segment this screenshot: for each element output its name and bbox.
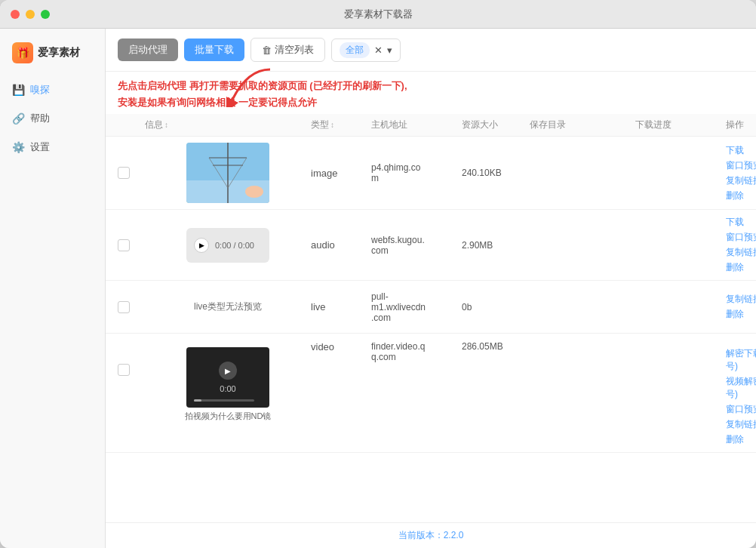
size-cell-1: 240.10KB bbox=[462, 168, 530, 178]
clear-list-button[interactable]: 🗑 清空列表 bbox=[250, 38, 325, 62]
close-filter-icon[interactable]: ✕ bbox=[374, 45, 383, 56]
action-decrypt-download-4[interactable]: 解密下载(视频号) bbox=[726, 347, 756, 373]
notice-line2: 安装是如果有询问网络相关 一定要记得点允许 bbox=[118, 94, 744, 111]
trash-icon: 🗑 bbox=[262, 45, 272, 56]
col-progress: 下载进度 bbox=[635, 119, 726, 131]
host-cell-3: pull-m1.wxlivecdn.com bbox=[371, 291, 462, 323]
video-progress-bar bbox=[194, 399, 254, 402]
live-no-preview-text: live类型无法预览 bbox=[194, 300, 262, 313]
action-copy-2[interactable]: 复制链接 bbox=[726, 246, 756, 259]
action-delete-2[interactable]: 删除 bbox=[726, 261, 756, 274]
table-header: 信息↕ 类型↕ 主机地址 资源大小 保存目录 下载进度 操作 bbox=[106, 114, 756, 137]
help-icon: 🔗 bbox=[12, 112, 24, 125]
minimize-button[interactable] bbox=[26, 10, 35, 19]
sniff-icon: 💾 bbox=[12, 84, 24, 96]
action-cell-4: 解密下载(视频号) 视频解密(视频号) 窗口预览 复制链接 删除 bbox=[726, 341, 756, 452]
logo-text: 爱享素材 bbox=[38, 46, 80, 60]
sidebar-item-label-sniff: 嗅探 bbox=[30, 83, 50, 97]
action-copy-1[interactable]: 复制链接 bbox=[726, 174, 756, 187]
proxy-button[interactable]: 启动代理 bbox=[118, 38, 178, 61]
footer: 当前版本：2.2.0 bbox=[106, 522, 756, 548]
image-preview-1 bbox=[186, 143, 269, 203]
maximize-button[interactable] bbox=[41, 10, 50, 19]
sidebar-item-sniff[interactable]: 💾 嗅探 bbox=[0, 75, 105, 104]
app-window: 爱享素材下载器 🎁 爱享素材 💾 嗅探 🔗 帮助 ⚙️ 设置 bbox=[0, 0, 756, 548]
audio-play-button[interactable]: ▶ bbox=[194, 238, 209, 253]
logo-icon: 🎁 bbox=[12, 42, 33, 63]
content-area: 启动代理 批量下载 🗑 清空列表 全部 ✕ ▾ bbox=[106, 29, 756, 548]
logo-area: 🎁 爱享素材 bbox=[0, 36, 105, 75]
action-delete-4[interactable]: 删除 bbox=[726, 433, 756, 446]
type-cell-2: audio bbox=[311, 239, 371, 251]
row-checkbox-3[interactable] bbox=[118, 301, 130, 313]
arrow-indicator bbox=[225, 62, 278, 110]
col-info: 信息↕ bbox=[145, 119, 311, 131]
action-delete-3[interactable]: 删除 bbox=[726, 308, 756, 321]
action-cell-2: 下载 窗口预览 复制链接 删除 bbox=[726, 210, 756, 280]
preview-cell-1 bbox=[145, 137, 311, 209]
audio-time: 0:00 / 0:00 bbox=[215, 241, 254, 250]
size-cell-3: 0b bbox=[462, 302, 530, 312]
titlebar: 爱享素材下载器 bbox=[0, 0, 756, 29]
notice-text: 先点击启动代理 再打开需要抓取的资源页面 (已经打开的刷新一下), 安装是如果有… bbox=[106, 72, 756, 114]
app-title: 爱享素材下载器 bbox=[344, 8, 413, 21]
type-cell-1: image bbox=[311, 168, 371, 179]
notice-line1: 先点击启动代理 再打开需要抓取的资源页面 (已经打开的刷新一下), bbox=[118, 78, 744, 94]
host-cell-1: p4.qhimg.com bbox=[371, 162, 462, 183]
size-cell-4: 286.05MB bbox=[462, 341, 530, 352]
video-time: 0:00 bbox=[220, 384, 235, 393]
action-download-2[interactable]: 下载 bbox=[726, 216, 756, 229]
sidebar-item-label-help: 帮助 bbox=[30, 112, 50, 125]
video-progress-fill bbox=[194, 399, 201, 402]
col-type: 类型↕ bbox=[311, 119, 371, 131]
table-row: ▶ 0:00 拍视频为什么要用ND镜 video finder.video.qq… bbox=[106, 334, 756, 453]
type-cell-3: live bbox=[311, 301, 371, 312]
sidebar-item-label-settings: 设置 bbox=[30, 140, 50, 154]
filter-dropdown[interactable]: 全部 ✕ ▾ bbox=[331, 38, 401, 62]
action-preview-4[interactable]: 窗口预览 bbox=[726, 403, 756, 416]
filter-all-tag: 全部 bbox=[340, 42, 370, 58]
col-host: 主机地址 bbox=[371, 119, 462, 131]
sidebar-item-help[interactable]: 🔗 帮助 bbox=[0, 104, 105, 133]
version-label: 当前版本：2.2.0 bbox=[398, 530, 464, 540]
preview-cell-3: live类型无法预览 bbox=[145, 294, 311, 319]
action-download-1[interactable]: 下载 bbox=[726, 144, 756, 157]
table-row: live类型无法预览 live pull-m1.wxlivecdn.com 0b… bbox=[106, 281, 756, 334]
main-layout: 🎁 爱享素材 💾 嗅探 🔗 帮助 ⚙️ 设置 启动代理 批量下载 bbox=[0, 29, 756, 548]
audio-preview-2: ▶ 0:00 / 0:00 bbox=[186, 228, 269, 263]
type-cell-4: video bbox=[311, 341, 371, 353]
video-play-button[interactable]: ▶ bbox=[219, 362, 237, 380]
preview-cell-2: ▶ 0:00 / 0:00 bbox=[145, 222, 311, 269]
action-copy-4[interactable]: 复制链接 bbox=[726, 418, 756, 431]
action-preview-2[interactable]: 窗口预览 bbox=[726, 231, 756, 244]
action-copy-3[interactable]: 复制链接 bbox=[726, 293, 756, 306]
col-actions: 操作 bbox=[726, 119, 756, 131]
action-delete-1[interactable]: 删除 bbox=[726, 189, 756, 202]
preview-cell-4: ▶ 0:00 拍视频为什么要用ND镜 bbox=[145, 341, 311, 428]
video-preview-4: ▶ 0:00 bbox=[186, 347, 269, 408]
row-checkbox-1[interactable] bbox=[118, 167, 130, 179]
action-cell-1: 下载 窗口预览 复制链接 删除 bbox=[726, 138, 756, 208]
action-preview-1[interactable]: 窗口预览 bbox=[726, 159, 756, 172]
svg-point-8 bbox=[245, 186, 263, 198]
size-cell-2: 2.90MB bbox=[462, 240, 530, 251]
table-body: image p4.qhimg.com 240.10KB 下载 窗口预览 复制链接… bbox=[106, 137, 756, 522]
settings-icon: ⚙️ bbox=[12, 141, 24, 153]
chevron-down-icon: ▾ bbox=[387, 45, 392, 56]
sidebar-item-settings[interactable]: ⚙️ 设置 bbox=[0, 133, 105, 162]
row-checkbox-2[interactable] bbox=[118, 239, 130, 251]
batch-download-button[interactable]: 批量下载 bbox=[184, 38, 244, 61]
action-decrypt-video-4[interactable]: 视频解密(视频号) bbox=[726, 375, 756, 401]
close-button[interactable] bbox=[11, 10, 20, 19]
video-caption: 拍视频为什么要用ND镜 bbox=[185, 411, 272, 422]
host-cell-4: finder.video.qq.com bbox=[371, 341, 462, 362]
toolbar: 启动代理 批量下载 🗑 清空列表 全部 ✕ ▾ bbox=[106, 29, 756, 72]
col-dir: 保存目录 bbox=[530, 119, 635, 131]
table-row: image p4.qhimg.com 240.10KB 下载 窗口预览 复制链接… bbox=[106, 137, 756, 210]
host-cell-2: webfs.kugou.com bbox=[371, 235, 462, 256]
action-cell-3: 复制链接 删除 bbox=[726, 287, 756, 327]
row-checkbox-4[interactable] bbox=[118, 364, 130, 376]
sidebar: 🎁 爱享素材 💾 嗅探 🔗 帮助 ⚙️ 设置 bbox=[0, 29, 106, 548]
table-row: ▶ 0:00 / 0:00 audio webfs.kugou.com 2.90… bbox=[106, 210, 756, 281]
col-size: 资源大小 bbox=[462, 119, 530, 131]
